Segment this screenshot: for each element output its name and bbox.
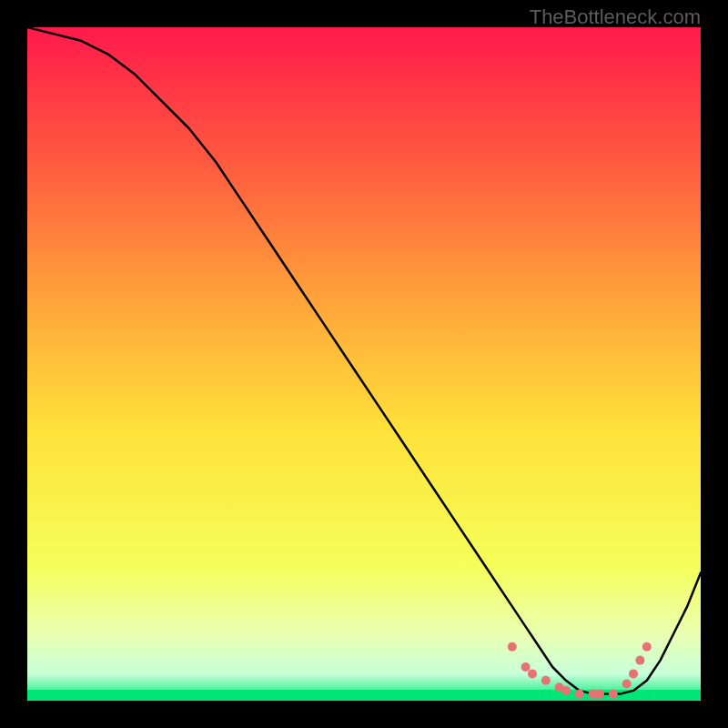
plot-area — [27, 27, 701, 701]
marker-dot — [622, 680, 632, 689]
marker-dot — [541, 676, 551, 685]
watermark-text: TheBottleneck.com — [530, 5, 701, 29]
marker-dot — [561, 686, 571, 695]
marker-dot — [575, 690, 584, 699]
chart-svg — [27, 27, 701, 701]
marker-dot — [642, 642, 652, 652]
marker-dot — [609, 690, 618, 699]
chart-frame: TheBottleneck.com — [0, 0, 728, 728]
marker-dot — [521, 662, 531, 672]
marker-dot — [528, 669, 537, 678]
marker-dot — [595, 690, 604, 699]
marker-dot — [508, 642, 517, 652]
svg-rect-0 — [27, 27, 701, 701]
marker-dot — [635, 656, 644, 665]
marker-dot — [629, 669, 638, 678]
